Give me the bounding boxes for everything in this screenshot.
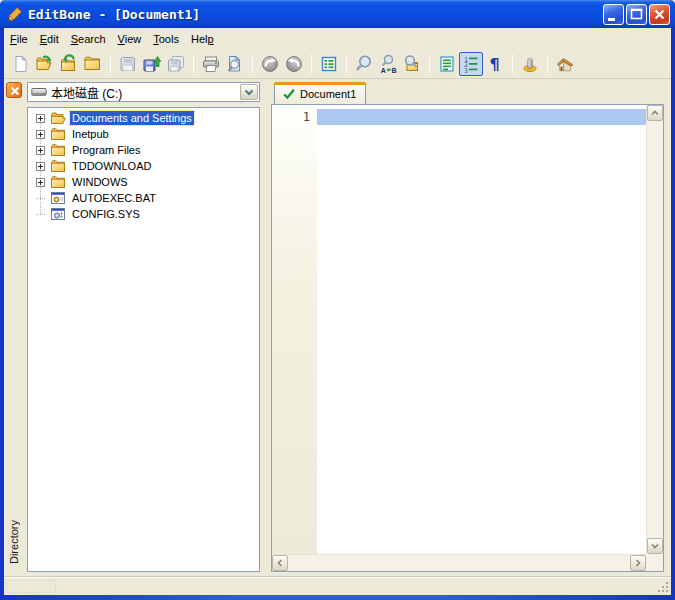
menu-search[interactable]: Search (65, 30, 112, 48)
open-file-button[interactable] (33, 52, 57, 76)
hard-disk-icon (31, 84, 47, 100)
title-bar[interactable]: EditBone - [Document1] (0, 0, 675, 28)
tree-item-inetpub[interactable]: Inetpub (28, 126, 259, 142)
horizontal-scrollbar[interactable] (272, 554, 646, 571)
search-in-files-button[interactable] (400, 52, 424, 76)
expand-plus-icon[interactable] (36, 178, 45, 187)
redo-icon (260, 54, 280, 74)
panel-splitter[interactable] (260, 79, 271, 572)
scroll-right-button[interactable] (630, 555, 646, 571)
drive-combobox-value: 本地磁盘 (C:) (51, 84, 122, 101)
save-all-icon (166, 54, 186, 74)
search-replace-button[interactable] (376, 52, 400, 76)
show-paragraphs-button[interactable] (483, 52, 507, 76)
content-area: Directory 本地磁盘 (C:) Documents and Settin… (4, 79, 671, 576)
expand-plus-icon[interactable] (36, 162, 45, 171)
redo-button[interactable] (258, 52, 282, 76)
expand-plus-icon[interactable] (36, 146, 45, 155)
window-frame: FileEditSearchViewToolsHelp Directory 本地… (4, 28, 671, 595)
window-title: EditBone - [Document1] (28, 7, 603, 22)
toolbar-separator (193, 54, 194, 74)
tab-document1[interactable]: Document1 (274, 82, 366, 104)
file-list-button[interactable] (317, 52, 341, 76)
active-line-highlight (317, 109, 646, 125)
maximize-icon (627, 5, 648, 26)
tree-connector (36, 198, 45, 199)
expand-plus-icon[interactable] (36, 130, 45, 139)
minimize-button[interactable] (603, 4, 624, 25)
save-all-button[interactable] (164, 52, 188, 76)
tree-item-label: Program Files (70, 143, 142, 157)
directory-panel-label: Directory (8, 520, 20, 564)
file-sys-icon (50, 206, 66, 222)
tree-item-label: TDDOWNLOAD (70, 159, 153, 173)
folder-icon (50, 174, 66, 190)
save-icon (118, 54, 138, 74)
save-as-button[interactable] (140, 52, 164, 76)
chevron-down-icon (242, 85, 256, 99)
tree-item-program-files[interactable]: Program Files (28, 142, 259, 158)
word-wrap-button[interactable] (435, 52, 459, 76)
directory-tree: Documents and SettingsInetpubProgram Fil… (27, 107, 260, 572)
chevron-up-icon (650, 108, 660, 118)
toolbar (4, 50, 671, 79)
home-button[interactable] (553, 52, 577, 76)
check-icon (282, 87, 296, 101)
new-file-button[interactable] (9, 52, 33, 76)
file-list-icon (319, 54, 339, 74)
line-number: 1 (272, 105, 317, 125)
save-button[interactable] (116, 52, 140, 76)
chevron-right-icon (633, 558, 643, 568)
menu-tools[interactable]: Tools (147, 30, 185, 48)
line-numbers-icon (461, 54, 481, 74)
tree-item-documents-and-settings[interactable]: Documents and Settings (28, 110, 259, 126)
menu-edit[interactable]: Edit (34, 30, 65, 48)
new-file-icon (11, 54, 31, 74)
open-folder-button[interactable] (81, 52, 105, 76)
tab-bar: Document1 (271, 79, 664, 104)
tree-item-label: WINDOWS (70, 175, 130, 189)
scroll-left-button[interactable] (272, 555, 288, 571)
status-bar (4, 576, 671, 595)
editor-text-area[interactable] (317, 105, 646, 554)
open-file-icon (35, 54, 55, 74)
scroll-up-button[interactable] (647, 105, 663, 121)
resize-grip[interactable] (657, 581, 670, 594)
menu-view[interactable]: View (112, 30, 148, 48)
scrollbar-corner (646, 554, 663, 571)
tree-item-config-sys[interactable]: CONFIG.SYS (28, 206, 259, 222)
print-preview-button[interactable] (223, 52, 247, 76)
search-button[interactable] (352, 52, 376, 76)
panel-close-button[interactable] (6, 82, 22, 98)
sidebar-strip: Directory (4, 79, 27, 572)
tree-item-tddownload[interactable]: TDDOWNLOAD (28, 158, 259, 174)
combobox-dropdown-button[interactable] (240, 84, 258, 100)
toolbar-separator (311, 54, 312, 74)
menu-file[interactable]: File (4, 30, 34, 48)
chevron-down-icon (650, 541, 660, 551)
options-icon (520, 54, 540, 74)
toolbar-separator (512, 54, 513, 74)
menu-help[interactable]: Help (185, 30, 220, 48)
tree-item-label: Inetpub (70, 127, 111, 141)
tree-item-autoexec-bat[interactable]: AUTOEXEC.BAT (28, 190, 259, 206)
vertical-scrollbar[interactable] (646, 105, 663, 554)
options-button[interactable] (518, 52, 542, 76)
drive-combobox[interactable]: 本地磁盘 (C:) (27, 82, 260, 102)
tree-item-windows[interactable]: WINDOWS (28, 174, 259, 190)
reopen-file-button[interactable] (57, 52, 81, 76)
close-x-icon (7, 83, 23, 99)
folder-icon (50, 158, 66, 174)
scroll-down-button[interactable] (647, 538, 663, 554)
maximize-button[interactable] (626, 4, 647, 25)
file-bat-icon (50, 190, 66, 206)
expand-plus-icon[interactable] (36, 114, 45, 123)
undo-button[interactable] (282, 52, 306, 76)
tab-label: Document1 (300, 88, 356, 100)
print-icon (201, 54, 221, 74)
print-button[interactable] (199, 52, 223, 76)
reopen-file-icon (59, 54, 79, 74)
line-numbers-button[interactable] (459, 52, 483, 76)
close-button[interactable] (649, 4, 670, 25)
tree-item-label: CONFIG.SYS (70, 207, 142, 221)
